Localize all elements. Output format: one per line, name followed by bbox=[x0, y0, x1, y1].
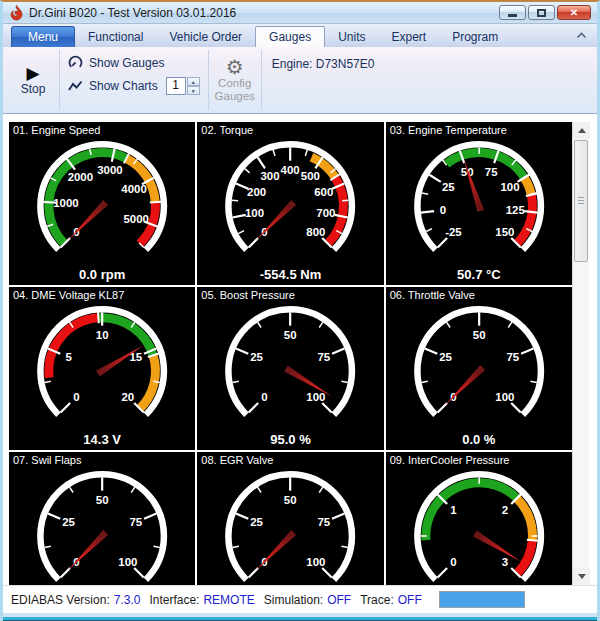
gauge-title: 04. DME Voltage KL87 bbox=[13, 289, 124, 301]
gauge-dial: 010002000300040005000 bbox=[9, 122, 195, 285]
ribbon-toolbar: ▶ Stop Show Gauges Show Charts bbox=[3, 47, 597, 114]
gauge-needle bbox=[473, 530, 520, 561]
svg-text:100: 100 bbox=[245, 207, 264, 219]
title-bar: Dr.Gini B020 - Test Version 03.01.2016 ✕ bbox=[3, 2, 597, 24]
interface-status: Interface:REMOTE bbox=[149, 593, 254, 607]
gauge-dial: 0255075100 bbox=[197, 287, 383, 450]
svg-text:2: 2 bbox=[501, 504, 507, 516]
menu-button[interactable]: Menu bbox=[11, 26, 75, 47]
scrollbar-thumb[interactable] bbox=[574, 140, 588, 262]
close-button[interactable]: ✕ bbox=[557, 5, 591, 20]
stop-button[interactable]: ▶ Stop bbox=[7, 47, 59, 113]
gauge-dial: 0123 bbox=[386, 452, 572, 585]
svg-text:100: 100 bbox=[500, 181, 519, 193]
svg-text:25: 25 bbox=[442, 181, 455, 193]
gauge-title: 08. EGR Valve bbox=[201, 454, 273, 466]
svg-text:3000: 3000 bbox=[97, 164, 122, 176]
gauge-dial: 0100200300400500600700800 bbox=[197, 122, 383, 285]
svg-text:1: 1 bbox=[450, 504, 457, 516]
svg-text:100: 100 bbox=[495, 391, 514, 403]
svg-text:0: 0 bbox=[73, 391, 79, 403]
spinner-up-button[interactable]: ▲ bbox=[187, 77, 200, 86]
stop-label: Stop bbox=[21, 82, 46, 96]
maximize-button[interactable] bbox=[528, 5, 555, 20]
tab-vehicle-order[interactable]: Vehicle Order bbox=[156, 26, 255, 47]
engine-label: Engine: D73N57E0 bbox=[272, 57, 375, 71]
gauge-value: 50.7 °C bbox=[386, 267, 572, 282]
gauge-needle bbox=[68, 530, 108, 570]
scroll-up-icon bbox=[578, 128, 586, 133]
gear-icon: ⚙ bbox=[226, 57, 244, 77]
show-gauges-label: Show Gauges bbox=[89, 56, 164, 70]
svg-text:400: 400 bbox=[281, 164, 300, 176]
svg-text:150: 150 bbox=[495, 226, 514, 238]
svg-text:4000: 4000 bbox=[121, 183, 146, 195]
svg-text:100: 100 bbox=[307, 391, 326, 403]
gauge-dial: 0255075100 bbox=[9, 452, 195, 585]
gauge-title: 02. Torque bbox=[201, 124, 253, 136]
tab-units[interactable]: Units bbox=[325, 26, 378, 47]
charts-count-spinner: 1 ▲ ▼ bbox=[166, 77, 200, 95]
scroll-up-button[interactable] bbox=[573, 122, 590, 139]
gauge-needle bbox=[464, 160, 484, 212]
svg-text:600: 600 bbox=[315, 186, 334, 198]
gauge-cell: 04. DME Voltage KL870510152014.3 V bbox=[9, 287, 195, 450]
gauge-dial: 0255075100 bbox=[197, 452, 383, 585]
svg-text:50: 50 bbox=[284, 329, 297, 341]
gauge-title: 07. Swil Flaps bbox=[13, 454, 81, 466]
window-bottom-edge bbox=[3, 617, 597, 621]
gauge-dial: 05101520 bbox=[9, 287, 195, 450]
svg-text:0: 0 bbox=[439, 204, 445, 216]
main-area: 01. Engine Speed0100020003000400050000.0… bbox=[3, 122, 597, 585]
play-icon: ▶ bbox=[26, 65, 39, 82]
gauge-needle bbox=[256, 200, 296, 240]
svg-text:50: 50 bbox=[284, 494, 297, 506]
tab-gauges[interactable]: Gauges bbox=[255, 26, 325, 47]
scroll-down-button[interactable] bbox=[573, 568, 590, 585]
gauge-cell: 03. Engine Temperature-25025507510012515… bbox=[386, 122, 572, 285]
svg-text:20: 20 bbox=[122, 391, 135, 403]
charts-count-input[interactable]: 1 bbox=[166, 77, 186, 95]
tab-functional[interactable]: Functional bbox=[75, 26, 156, 47]
window-title: Dr.Gini B020 - Test Version 03.01.2016 bbox=[29, 6, 236, 20]
svg-text:2000: 2000 bbox=[68, 171, 93, 183]
spacer bbox=[3, 114, 597, 122]
display-group: Show Gauges Show Charts 1 ▲ ▼ bbox=[60, 47, 208, 113]
gauge-value: 0.0 rpm bbox=[9, 267, 195, 282]
chevron-up-icon bbox=[576, 32, 587, 39]
svg-text:75: 75 bbox=[506, 351, 519, 363]
gauge-needle bbox=[256, 530, 296, 570]
svg-text:75: 75 bbox=[484, 166, 497, 178]
svg-text:25: 25 bbox=[439, 351, 452, 363]
minimize-icon bbox=[508, 14, 517, 17]
simulation-status: Simulation:OFF bbox=[264, 593, 351, 607]
svg-text:50: 50 bbox=[96, 494, 109, 506]
collapse-ribbon-button[interactable] bbox=[576, 25, 587, 43]
config-gauges-button[interactable]: ⚙ Config Gauges bbox=[209, 47, 261, 113]
gauge-needle bbox=[445, 365, 485, 405]
vertical-scrollbar[interactable] bbox=[572, 122, 589, 585]
engine-group: Engine: D73N57E0 bbox=[262, 47, 383, 113]
gauge-cell: 08. EGR Valve0255075100 bbox=[197, 452, 383, 585]
gauge-value: -554.5 Nm bbox=[197, 267, 383, 282]
svg-text:25: 25 bbox=[62, 516, 75, 528]
show-gauges-button[interactable]: Show Gauges bbox=[68, 55, 200, 70]
progress-bar bbox=[439, 591, 525, 608]
gauge-title: 03. Engine Temperature bbox=[390, 124, 507, 136]
svg-text:100: 100 bbox=[307, 556, 326, 568]
tab-bar: Menu Functional Vehicle Order Gauges Uni… bbox=[3, 24, 597, 47]
ediabas-version-status: EDIABAS Version:7.3.0 bbox=[11, 593, 140, 607]
tab-program[interactable]: Program bbox=[439, 26, 511, 47]
svg-text:-25: -25 bbox=[445, 226, 462, 238]
gauge-grid: 01. Engine Speed0100020003000400050000.0… bbox=[9, 122, 572, 585]
config-label-1: Config bbox=[218, 77, 251, 89]
tab-expert[interactable]: Expert bbox=[378, 26, 439, 47]
chart-line-icon bbox=[68, 80, 83, 92]
gauge-dial: 0255075100 bbox=[386, 287, 572, 450]
svg-text:25: 25 bbox=[251, 516, 264, 528]
close-icon: ✕ bbox=[570, 7, 578, 18]
show-charts-button[interactable]: Show Charts bbox=[68, 79, 158, 93]
minimize-button[interactable] bbox=[499, 5, 526, 20]
gauge-cell: 07. Swil Flaps0255075100 bbox=[9, 452, 195, 585]
spinner-down-button[interactable]: ▼ bbox=[187, 86, 200, 95]
